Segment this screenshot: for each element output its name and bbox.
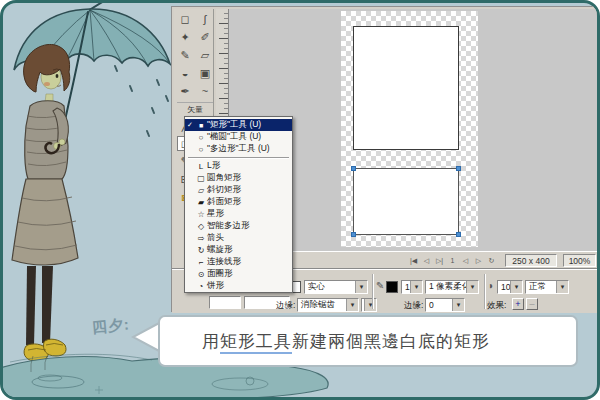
selection-handle[interactable]: [351, 232, 356, 237]
rain-drops: [115, 66, 168, 136]
menu-item-label: 螺旋形: [207, 244, 292, 256]
frame-nav-buttons: |◀◁▷|1◁▷↻: [408, 255, 497, 267]
zoom-level-indicator[interactable]: 100%: [563, 254, 596, 267]
menu-item-label: 斜切矩形: [207, 184, 292, 196]
menu-shape-icon: ■: [195, 122, 207, 129]
caption-suffix: 新建兩個黑邊白底的矩形: [292, 332, 490, 351]
menu-item-12[interactable]: ⌐连接线形: [185, 256, 292, 268]
vector-path-tool-icon[interactable]: ✒: [177, 84, 193, 99]
menu-item-label: 智能多边形: [207, 220, 292, 232]
frame-nav-button[interactable]: ◁: [421, 255, 432, 267]
effects-label: 效果:: [487, 300, 506, 312]
menu-shape-icon: ↻: [195, 246, 207, 255]
menu-item-9[interactable]: ◇智能多边形: [185, 220, 292, 232]
frame-nav-button[interactable]: 1: [447, 255, 458, 267]
menu-shape-icon: ⌐: [195, 258, 207, 267]
blend-mode-select[interactable]: 正常: [525, 280, 569, 294]
menu-item-label: 星形: [207, 208, 292, 220]
smudge-tool-icon[interactable]: ~: [197, 84, 213, 99]
fill-edge-label: 边缘:: [276, 300, 295, 312]
menu-item-7[interactable]: ▰斜面矩形: [185, 196, 292, 208]
frame-nav-button[interactable]: ↻: [486, 255, 497, 267]
menu-shape-icon: ○: [195, 145, 207, 154]
fireworks-app-window: ◻ʃ✦✐✎▱◒▣✒~矢量╱✒□A✎╲⊞◎◙◍ |◀◁▷|1◁▷↻ 250 x 4…: [171, 6, 597, 312]
tutorial-card-frame: ◻ʃ✦✐✎▱◒▣✒~矢量╱✒□A✎╲⊞◎◙◍ |◀◁▷|1◁▷↻ 250 x 4…: [0, 0, 600, 400]
menu-item-1[interactable]: ○"椭圆"工具 (U): [185, 131, 292, 143]
frame-nav-button[interactable]: ▷|: [434, 255, 445, 267]
rectangle-object-1[interactable]: [353, 26, 459, 150]
menu-item-label: 圆角矩形: [207, 172, 292, 184]
stroke-color-swatch[interactable]: [386, 281, 398, 293]
stage: ◻ʃ✦✐✎▱◒▣✒~矢量╱✒□A✎╲⊞◎◙◍ |◀◁▷|1◁▷↻ 250 x 4…: [0, 0, 600, 400]
menu-item-5[interactable]: ▢圆角矩形: [185, 172, 292, 184]
caption-text: 用矩形工具新建兩個黑邊白底的矩形: [202, 330, 490, 353]
frame-nav-button[interactable]: |◀: [408, 255, 419, 267]
menu-item-label: 斜面矩形: [207, 196, 292, 208]
fill-edge-select[interactable]: 消除锯齿: [297, 298, 359, 312]
menu-item-0[interactable]: ✓■"矩形"工具 (U): [185, 119, 292, 131]
menu-shape-icon: ☆: [195, 210, 207, 219]
girl: [12, 44, 78, 361]
menu-item-label: L形: [207, 160, 292, 172]
menu-shape-icon: ◇: [195, 222, 207, 231]
stroke-size-select[interactable]: 1: [401, 280, 423, 294]
menu-shape-icon: ⇨: [195, 234, 207, 243]
menu-shape-icon: ◔: [195, 282, 207, 291]
menu-item-4[interactable]: LL形: [185, 160, 292, 172]
object-name-input[interactable]: [209, 296, 241, 309]
stroke-edge-select[interactable]: 0: [425, 298, 465, 312]
menu-shape-icon: ▱: [195, 186, 207, 195]
rubber-stamp-tool-icon[interactable]: ▣: [197, 66, 213, 81]
menu-item-8[interactable]: ☆星形: [185, 208, 292, 220]
pencil-tool-icon[interactable]: ✎: [177, 48, 193, 63]
menu-item-label: 连接线形: [207, 256, 292, 268]
menu-shape-icon: ▰: [195, 198, 207, 207]
menu-item-10[interactable]: ⇨箭头: [185, 232, 292, 244]
opacity-select[interactable]: 100: [497, 280, 523, 294]
menu-shape-icon: ○: [195, 133, 207, 142]
menu-item-label: "多边形"工具 (U): [207, 143, 292, 155]
blur-tool-icon[interactable]: ◒: [177, 66, 193, 81]
tools-section-label: 矢量: [177, 102, 213, 115]
menu-item-11[interactable]: ↻螺旋形: [185, 244, 292, 256]
selection-handle[interactable]: [456, 232, 461, 237]
menu-item-label: "椭圆"工具 (U): [207, 131, 292, 143]
menu-item-label: "矩形"工具 (U): [207, 119, 292, 131]
author-signature: 四夕:: [91, 315, 131, 337]
remove-effect-button[interactable]: –: [526, 298, 538, 310]
stroke-category-select[interactable]: 1 像素柔化: [425, 280, 479, 294]
texture-amount-select[interactable]: [361, 298, 377, 312]
rectangle-object-2[interactable]: [353, 168, 459, 235]
menu-shape-icon: ⊙: [195, 270, 207, 279]
caption-prefix: 用: [202, 332, 220, 351]
opacity-icon: ◑: [487, 280, 493, 291]
menu-item-14[interactable]: ◔饼形: [185, 280, 292, 292]
frame-nav-button[interactable]: ◁: [460, 255, 471, 267]
rectangle-tool-flyout-menu: ✓■"矩形"工具 (U)○"椭圆"工具 (U)○"多边形"工具 (U)LL形▢圆…: [184, 116, 293, 293]
marquee-tool-icon[interactable]: ◻: [177, 12, 193, 27]
caption-link-rect-tool: 矩形工具: [220, 332, 292, 354]
frame-nav-button[interactable]: ▷: [473, 255, 484, 267]
magic-wand-tool-icon[interactable]: ✦: [177, 30, 193, 45]
eraser-tool-icon[interactable]: ▱: [197, 48, 213, 63]
lasso-tool-icon[interactable]: ʃ: [197, 12, 213, 27]
fill-type-select[interactable]: 实心: [304, 280, 368, 294]
umbrella: [14, 0, 170, 146]
menu-item-13[interactable]: ⊙面圈形: [185, 268, 292, 280]
speech-bubble-tail: [131, 320, 161, 354]
speech-bubble: 用矩形工具新建兩個黑邊白底的矩形: [158, 315, 578, 367]
brush-tool-icon[interactable]: ✐: [197, 30, 213, 45]
menu-shape-icon: L: [195, 162, 207, 171]
pencil-stroke-icon: ✎: [376, 280, 384, 291]
selection-handle[interactable]: [351, 166, 356, 171]
canvas-size-indicator: 250 x 400: [505, 254, 557, 267]
canvas-transparent-background: [341, 11, 478, 247]
menu-check-icon: ✓: [185, 121, 195, 129]
selection-handle[interactable]: [456, 166, 461, 171]
menu-item-2[interactable]: ○"多边形"工具 (U): [185, 143, 292, 155]
menu-item-label: 面圈形: [207, 268, 292, 280]
menu-item-label: 箭头: [207, 232, 292, 244]
menu-item-6[interactable]: ▱斜切矩形: [185, 184, 292, 196]
menu-item-label: 饼形: [207, 280, 292, 292]
add-effect-button[interactable]: +: [512, 298, 524, 310]
